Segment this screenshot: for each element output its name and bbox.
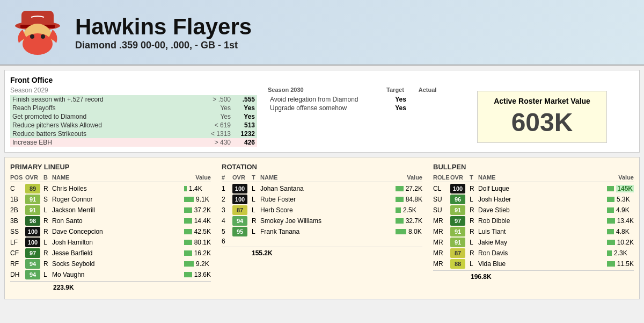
season-2030-label: Season 2030 <box>268 87 375 93</box>
player-hand: L <box>43 206 52 214</box>
pitcher-hand: L <box>470 260 478 268</box>
lineup-player-row: 3B 98 R Ron Santo 14.4K <box>10 216 211 226</box>
value-bar <box>184 250 192 256</box>
bullpen-col-name: NAME <box>478 174 607 181</box>
bullpen-pitcher-row: MR 91 L Jakie May 10.2K <box>433 237 634 248</box>
player-value: 42.5K <box>184 228 211 235</box>
player-name: Josh Hamilton <box>52 239 184 246</box>
value-bar <box>184 261 194 267</box>
actual-col-label: Actual <box>415 87 440 93</box>
pitcher-name: Smokey Joe Williams <box>260 217 396 225</box>
fo-inner: Season 2029 Finish season with +.527 rec… <box>10 87 634 147</box>
bullpen-pitcher-row: CL 100 R Dolf Luque 145K <box>433 183 634 194</box>
pitcher-name: Josh Hader <box>478 196 607 203</box>
pitcher-num: 3 <box>222 206 232 214</box>
player-name: Mo Vaughn <box>52 271 184 278</box>
bullpen-col-ovr: OVR <box>450 174 470 181</box>
lineup-player-row: 1B 91 S Roger Connor 9.1K <box>10 194 211 205</box>
value-bar <box>396 186 404 191</box>
pitcher-value: 2.5K <box>396 206 422 214</box>
pitcher-value: 145K <box>607 185 634 192</box>
team-name: Hawkins Flayers <box>75 14 252 40</box>
pitcher-hand: R <box>470 185 478 192</box>
bullpen-block: BULLPEN ROLE OVR T NAME Value CL 100 R D… <box>433 163 634 293</box>
value-bar <box>396 207 401 213</box>
pitcher-hand: L <box>252 228 260 235</box>
value-bar <box>184 240 192 245</box>
bullpen-col-role: ROLE <box>433 174 450 181</box>
value-bar <box>607 218 615 224</box>
season-2029-label: Season 2029 <box>10 87 257 94</box>
pitcher-value: 4.9K <box>607 206 634 214</box>
pitcher-role: MR <box>433 260 450 268</box>
player-pos: CF <box>10 249 25 257</box>
bullpen-col-t: T <box>470 174 478 181</box>
pitcher-ovr: 100 <box>232 195 252 204</box>
pitcher-hand: R <box>252 217 260 225</box>
pitcher-name: Herb Score <box>260 206 396 214</box>
player-hand: R <box>43 260 52 268</box>
player-name: Dave Concepcion <box>52 228 184 235</box>
bullpen-pitcher-row: MR 91 R Luis Tiant 4.8K <box>433 226 634 237</box>
player-ovr: 91 <box>25 195 43 204</box>
value-bar <box>184 272 192 277</box>
pitcher-ovr: 97 <box>450 216 470 226</box>
lineup-player-row: LF 100 L Josh Hamilton 80.1K <box>10 237 211 248</box>
pitcher-role: CL <box>433 185 450 192</box>
pitcher-name: Luis Tiant <box>478 228 607 235</box>
rotation-title: ROTATION <box>222 163 422 171</box>
pitcher-name: Dave Stieb <box>478 206 607 214</box>
rotation-total: 155.2K <box>222 247 422 259</box>
pitcher-hand: L <box>252 196 260 203</box>
player-pos: 1B <box>10 196 25 203</box>
pitcher-ovr: 91 <box>450 205 470 215</box>
lineup-col-name: NAME <box>52 174 184 181</box>
value-bar <box>184 197 194 202</box>
player-value: 37.2K <box>184 206 211 214</box>
pitcher-ovr: 88 <box>450 259 470 269</box>
pitcher-name: Ron Davis <box>478 249 607 257</box>
lineups-inner: PRIMARY LINEUP POS OVR B NAME Value C 89… <box>10 163 634 293</box>
bullpen-col-headers: ROLE OVR T NAME Value <box>433 173 634 182</box>
goal-2030-row: Avoid relegation from Diamond Yes <box>268 95 440 104</box>
value-bar <box>607 207 614 213</box>
pitcher-value: 5.3K <box>607 196 634 203</box>
value-bar <box>607 261 615 267</box>
pitcher-value: 8.0K <box>396 228 422 235</box>
value-bar <box>607 186 614 191</box>
goal-2030-row: Upgrade offense somehow Yes <box>268 104 440 112</box>
header: Hawkins Flayers Diamond .359 00-00, .000… <box>0 0 644 66</box>
value-bar <box>607 229 614 234</box>
team-info: Hawkins Flayers Diamond .359 00-00, .000… <box>75 14 252 51</box>
pitcher-role: MR <box>433 217 450 225</box>
lineup-player-row: DH 94 L Mo Vaughn 13.6K <box>10 269 211 280</box>
bullpen-pitcher-row: SU 91 R Dave Stieb 4.9K <box>433 205 634 216</box>
rotation-pitcher-row: 3 87 L Herb Score 2.5K <box>222 205 422 216</box>
lineup-total: 223.9K <box>10 281 211 293</box>
pitcher-num: 6 <box>222 238 232 245</box>
player-ovr: 97 <box>25 248 43 258</box>
rotation-col-t: T <box>252 174 260 181</box>
lineup-col-pos: POS <box>10 174 25 181</box>
front-office-title: Front Office <box>10 76 634 84</box>
pitcher-hand: R <box>470 217 478 225</box>
lineup-block: PRIMARY LINEUP POS OVR B NAME Value C 89… <box>10 163 211 293</box>
player-hand: S <box>43 196 52 203</box>
goal-row: Reduce pitchers Walks Allowed < 619 513 <box>10 121 257 130</box>
pitcher-ovr: 100 <box>232 184 252 193</box>
pitcher-name: Vida Blue <box>478 260 607 268</box>
pitcher-num: 4 <box>222 217 232 225</box>
player-name: Roger Connor <box>52 196 184 203</box>
pitcher-hand: L <box>470 239 478 246</box>
player-name: Ron Santo <box>52 217 184 225</box>
pitcher-value: 11.5K <box>607 260 634 268</box>
player-value: 13.6K <box>184 271 211 278</box>
lineup-player-row: CF 97 R Jesse Barfield 16.2K <box>10 248 211 259</box>
pitcher-role: SU <box>433 206 450 214</box>
pitcher-ovr: 95 <box>232 227 252 236</box>
pitcher-num: 2 <box>222 196 232 203</box>
lineup-player-row: C 89 R Chris Hoiles 1.4K <box>10 183 211 194</box>
player-value: 1.4K <box>184 185 211 192</box>
fo-middle: Season 2030 Target Actual Avoid relegati… <box>268 87 440 147</box>
player-ovr: 100 <box>25 227 43 236</box>
